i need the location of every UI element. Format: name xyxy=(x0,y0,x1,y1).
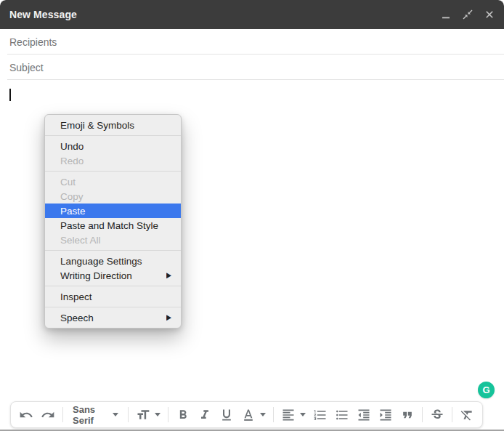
align-button[interactable] xyxy=(277,404,309,426)
italic-button[interactable] xyxy=(194,404,216,426)
menu-item-cut: Cut xyxy=(45,174,181,189)
toolbar-separator xyxy=(62,407,63,422)
menu-item-paste[interactable]: Paste xyxy=(45,204,181,218)
titlebar[interactable]: New Message xyxy=(0,0,504,29)
toolbar-separator xyxy=(422,407,423,422)
menu-item-speech[interactable]: Speech ▶ xyxy=(45,310,181,325)
numbered-list-button[interactable] xyxy=(309,404,331,426)
menu-item-inspect[interactable]: Inspect xyxy=(45,289,181,304)
submenu-arrow-icon: ▶ xyxy=(166,313,171,322)
font-family-label: Sans Serif xyxy=(73,404,102,426)
formatting-toolbar: Sans Serif xyxy=(10,401,483,428)
chevron-down-icon xyxy=(260,413,266,416)
menu-section: Cut Copy Paste Paste and Match Style Sel… xyxy=(45,172,181,250)
bold-button[interactable] xyxy=(172,404,194,426)
menu-item-paste-and-match-style[interactable]: Paste and Match Style xyxy=(45,218,181,233)
recipients-field[interactable]: Recipients xyxy=(0,29,504,55)
toolbar-separator xyxy=(128,407,129,422)
menu-item-language-settings[interactable]: Language Settings xyxy=(45,254,181,268)
minimize-icon[interactable] xyxy=(440,9,452,20)
menu-item-select-all: Select All xyxy=(45,233,181,247)
compose-window: New Message Recipients xyxy=(0,0,504,431)
window-title: New Message xyxy=(9,9,77,20)
toolbar-separator xyxy=(273,407,274,422)
text-cursor xyxy=(9,89,11,101)
font-size-button[interactable] xyxy=(132,404,164,426)
subject-placeholder: Subject xyxy=(9,62,44,73)
strikethrough-button[interactable] xyxy=(426,404,448,426)
underline-button[interactable] xyxy=(216,404,237,426)
chevron-down-icon xyxy=(300,413,306,416)
bulleted-list-button[interactable] xyxy=(331,404,353,426)
menu-item-copy: Copy xyxy=(45,189,181,204)
menu-item-redo: Redo xyxy=(45,153,181,168)
menu-item-emoji-symbols[interactable]: Emoji & Symbols xyxy=(45,118,181,132)
quote-button[interactable] xyxy=(397,404,418,426)
menu-section: Inspect xyxy=(45,286,181,307)
pop-in-icon[interactable] xyxy=(462,9,473,20)
submenu-arrow-icon: ▶ xyxy=(166,271,171,280)
toolbar-separator xyxy=(452,407,452,422)
remove-formatting-button[interactable] xyxy=(456,404,478,426)
menu-item-writing-direction[interactable]: Writing Direction ▶ xyxy=(45,268,181,283)
font-family-selector[interactable]: Sans Serif xyxy=(67,404,124,426)
indent-more-button[interactable] xyxy=(375,404,397,426)
indent-less-button[interactable] xyxy=(353,404,375,426)
text-color-button[interactable] xyxy=(237,404,269,426)
menu-item-undo[interactable]: Undo xyxy=(45,139,181,153)
recipients-placeholder: Recipients xyxy=(9,36,57,48)
chevron-down-icon xyxy=(113,413,118,416)
close-icon[interactable] xyxy=(484,9,495,20)
menu-section: Emoji & Symbols xyxy=(45,115,181,135)
redo-button[interactable] xyxy=(37,404,59,426)
undo-button[interactable] xyxy=(15,404,37,426)
grammarly-icon[interactable]: G xyxy=(478,382,495,398)
context-menu: Emoji & Symbols Undo Redo Cut Copy Paste xyxy=(44,114,182,329)
window-controls xyxy=(440,9,495,20)
chevron-down-icon xyxy=(155,413,160,416)
menu-section: Language Settings Writing Direction ▶ xyxy=(45,251,181,286)
toolbar-separator xyxy=(168,407,168,422)
menu-section: Undo Redo xyxy=(45,136,181,171)
subject-field[interactable]: Subject xyxy=(0,55,504,80)
menu-section: Speech ▶ xyxy=(45,307,181,328)
